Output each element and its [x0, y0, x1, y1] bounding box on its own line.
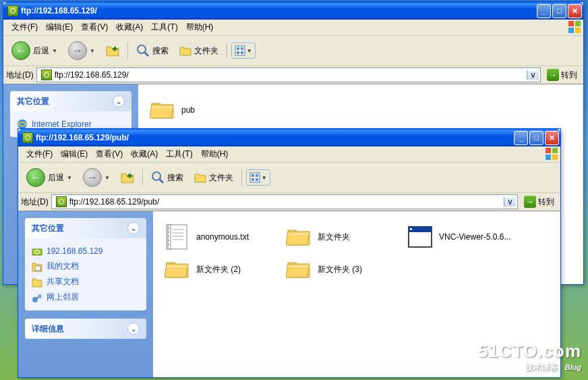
close-button[interactable]: ✕ — [545, 131, 559, 145]
panel-header[interactable]: 其它位置 ⌄ — [25, 218, 146, 238]
views-button[interactable]: ▼ — [246, 169, 270, 186]
folder-icon — [164, 256, 191, 283]
file-anonymous-txt[interactable]: anonymous.txt — [161, 221, 283, 253]
menu-file[interactable]: 文件(F) — [7, 20, 42, 34]
window-title: ftp://192.168.65.129/ — [21, 6, 537, 16]
address-bar: 地址(D) v →转到 — [3, 66, 583, 84]
forward-button[interactable]: → ▼ — [64, 38, 99, 63]
views-button[interactable]: ▼ — [231, 43, 256, 59]
chevron-down-icon[interactable]: ▼ — [90, 48, 95, 54]
folder-new2[interactable]: 新文件夹 (2) — [161, 253, 283, 286]
separator — [227, 43, 227, 59]
separator — [241, 169, 242, 186]
details-panel: 详细信息 ⌄ — [25, 319, 146, 339]
address-dropdown[interactable]: v — [527, 70, 539, 80]
panel-header[interactable]: 其它位置 ⌄ — [10, 91, 131, 111]
address-bar: 地址(D) v →转到 — [18, 193, 560, 211]
search-button[interactable]: 搜索 — [147, 168, 187, 187]
titlebar[interactable]: ftp://192.168.65.129/pub/ _ □ ✕ — [18, 129, 560, 146]
folder-icon — [285, 223, 312, 250]
minimize-button[interactable]: _ — [514, 131, 528, 145]
window-title: ftp://192.168.65.129/pub/ — [36, 133, 514, 142]
up-button[interactable] — [117, 169, 138, 186]
chevron-down-icon[interactable]: ▼ — [105, 175, 110, 181]
menu-file[interactable]: 文件(F) — [22, 147, 57, 161]
go-icon: → — [547, 69, 559, 81]
folder-pub[interactable]: pub — [146, 94, 268, 126]
separator — [142, 169, 143, 186]
expand-icon[interactable]: ⌄ — [127, 323, 140, 335]
windows-logo-icon — [544, 147, 559, 161]
ftp-icon — [7, 5, 18, 16]
titlebar[interactable]: ftp://192.168.65.129/ _ □ ✕ — [3, 2, 583, 20]
address-input-wrap: v — [51, 194, 518, 209]
maximize-button[interactable]: □ — [552, 4, 566, 18]
sidepanel: 其它位置 ⌄ 192.168.65.129 我的文档 共享文档 网上邻居 详细信… — [18, 211, 153, 377]
collapse-icon[interactable]: ⌄ — [127, 222, 140, 234]
link-shared-docs[interactable]: 共享文档 — [32, 274, 140, 290]
ftp-icon — [56, 196, 67, 207]
menu-help[interactable]: 帮助(H) — [197, 147, 233, 161]
menu-tools[interactable]: 工具(T) — [162, 147, 196, 161]
folder-new3[interactable]: 新文件夹 (3) — [283, 253, 404, 286]
menubar: 文件(F) 编辑(E) 查看(V) 收藏(A) 工具(T) 帮助(H) — [3, 20, 583, 36]
back-button[interactable]: ← 后退 ▼ — [22, 165, 76, 190]
go-button[interactable]: →转到 — [543, 67, 581, 82]
separator — [127, 43, 128, 59]
link-network-places[interactable]: 网上邻居 — [32, 290, 140, 305]
menu-view[interactable]: 查看(V) — [77, 20, 112, 34]
folder-new1[interactable]: 新文件夹 — [283, 221, 404, 253]
search-button[interactable]: 搜索 — [132, 41, 173, 60]
maximize-button[interactable]: □ — [529, 131, 543, 145]
address-label: 地址(D) — [21, 196, 49, 208]
collapse-icon[interactable]: ⌄ — [113, 95, 125, 107]
menu-help[interactable]: 帮助(H) — [182, 20, 218, 34]
menu-edit[interactable]: 编辑(E) — [57, 147, 92, 161]
address-dropdown[interactable]: v — [504, 197, 516, 207]
address-input-wrap: v — [36, 67, 541, 82]
panel-header[interactable]: 详细信息 ⌄ — [25, 319, 146, 339]
folders-button[interactable]: 文件夹 — [190, 169, 237, 186]
address-input[interactable] — [69, 196, 504, 208]
link-my-documents[interactable]: 我的文档 — [32, 259, 140, 274]
toolbar: ← 后退 ▼ → ▼ 搜索 文件夹 ▼ — [3, 36, 583, 66]
folders-button[interactable]: 文件夹 — [175, 43, 223, 59]
folder-icon — [149, 97, 176, 124]
link-parent-ftp[interactable]: 192.168.65.129 — [32, 244, 140, 259]
folder-icon — [285, 256, 312, 283]
chevron-down-icon[interactable]: ▼ — [52, 48, 57, 54]
back-button[interactable]: ← 后退 ▼ — [7, 38, 61, 63]
menu-tools[interactable]: 工具(T) — [147, 20, 181, 34]
other-places-panel: 其它位置 ⌄ 192.168.65.129 我的文档 共享文档 网上邻居 — [25, 218, 146, 310]
windows-logo-icon — [567, 20, 582, 34]
forward-button[interactable]: → ▼ — [79, 165, 114, 190]
application-icon — [407, 223, 434, 250]
up-button[interactable] — [102, 42, 123, 59]
watermark: 51CTO.com 技术博客 Blog — [478, 341, 581, 373]
address-input[interactable] — [55, 69, 527, 81]
go-button[interactable]: →转到 — [521, 194, 558, 209]
minimize-button[interactable]: _ — [537, 4, 551, 18]
menu-view[interactable]: 查看(V) — [92, 147, 127, 161]
text-file-icon — [164, 223, 191, 250]
menu-favorites[interactable]: 收藏(A) — [127, 147, 162, 161]
ftp-icon — [22, 132, 33, 143]
chevron-down-icon[interactable]: ▼ — [67, 175, 72, 181]
address-label: 地址(D) — [6, 70, 34, 81]
toolbar: ← 后退 ▼ → ▼ 搜索 文件夹 ▼ — [18, 163, 560, 193]
go-icon: → — [524, 196, 536, 208]
close-button[interactable]: ✕ — [568, 4, 582, 18]
menu-edit[interactable]: 编辑(E) — [42, 20, 77, 34]
back-label: 后退 — [33, 45, 49, 57]
menubar: 文件(F) 编辑(E) 查看(V) 收藏(A) 工具(T) 帮助(H) — [18, 146, 560, 163]
file-vnc-viewer[interactable]: VNC-Viewer-5.0.6... — [404, 221, 525, 253]
ftp-icon — [41, 70, 52, 80]
menu-favorites[interactable]: 收藏(A) — [112, 20, 147, 34]
